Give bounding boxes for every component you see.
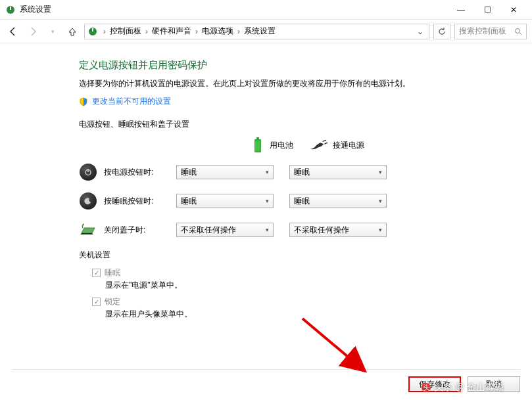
lock-checkbox-desc: 显示在用户头像菜单中。 — [105, 309, 473, 320]
chevron-down-icon: ▾ — [379, 227, 382, 233]
power-options-icon — [5, 5, 16, 15]
watermark-icon: 头 — [421, 382, 431, 393]
maximize-button[interactable]: ☐ — [474, 1, 500, 19]
breadcrumb-item[interactable]: 电源选项 — [202, 26, 233, 37]
search-input[interactable]: 搜索控制面板 — [454, 24, 527, 39]
sleep-button-icon — [80, 192, 97, 210]
power-button-icon — [80, 164, 97, 181]
breadcrumb[interactable]: › 控制面板 › 硬件和声音 › 电源选项 › 系统设置 ⌄ — [84, 24, 429, 39]
chevron-down-icon: ▾ — [266, 198, 269, 204]
lock-checkbox: ✓ — [92, 298, 101, 306]
svg-rect-1 — [10, 7, 11, 10]
sleep-checkbox: ✓ — [92, 269, 101, 277]
page-title: 定义电源按钮并启用密码保护 — [79, 59, 473, 72]
minimize-button[interactable]: — — [448, 1, 474, 19]
column-header-battery: 用电池 — [178, 137, 309, 154]
watermark: 头 头条 @ 金山毒霸 — [421, 382, 504, 393]
svg-rect-8 — [255, 141, 260, 151]
content-area: 定义电源按钮并启用密码保护 选择要为你的计算机设置的电源设置。在此页上对设置所做… — [0, 43, 532, 338]
titlebar: 系统设置 — ☐ ✕ — [0, 0, 532, 20]
svg-text:头: 头 — [423, 384, 430, 391]
refresh-button[interactable] — [433, 24, 450, 39]
row-label: 按睡眠按钮时: — [104, 196, 176, 207]
row-lid-close: 关闭盖子时: 不采取任何操作▾ 不采取任何操作▾ — [79, 221, 473, 239]
search-icon — [514, 28, 522, 35]
navbar: ▾ › 控制面板 › 硬件和声音 › 电源选项 › 系统设置 ⌄ 搜索控制面板 — [0, 20, 532, 43]
sleep-button-battery-select[interactable]: 睡眠▾ — [176, 194, 274, 208]
breadcrumb-item[interactable]: 控制面板 — [110, 26, 141, 37]
svg-line-10 — [324, 143, 327, 144]
page-subtitle: 选择要为你的计算机设置的电源设置。在此页上对设置所做的更改将应用于你所有的电源计… — [79, 78, 473, 89]
power-button-plugged-select[interactable]: 睡眠▾ — [289, 165, 387, 179]
lid-icon — [79, 223, 97, 237]
lid-battery-select[interactable]: 不采取任何操作▾ — [176, 223, 274, 237]
recent-dropdown[interactable]: ▾ — [45, 24, 60, 39]
svg-line-9 — [323, 141, 327, 142]
sleep-checkbox-label: 睡眠 — [105, 267, 120, 278]
battery-icon — [251, 137, 264, 154]
chevron-down-icon: ▾ — [266, 227, 269, 233]
shield-icon — [79, 97, 88, 106]
row-sleep-button: 按睡眠按钮时: 睡眠▾ 睡眠▾ — [79, 192, 473, 210]
sleep-button-plugged-select[interactable]: 睡眠▾ — [289, 194, 387, 208]
row-power-button: 按电源按钮时: 睡眠▾ 睡眠▾ — [79, 163, 473, 181]
power-button-battery-select[interactable]: 睡眠▾ — [176, 165, 274, 179]
svg-point-4 — [516, 28, 520, 33]
breadcrumb-dropdown[interactable]: ⌄ — [414, 27, 426, 36]
lock-checkbox-label: 锁定 — [105, 296, 120, 307]
column-header-plugged: 接通电源 — [309, 137, 427, 154]
chevron-down-icon: ▾ — [266, 169, 269, 175]
window-title: 系统设置 — [20, 4, 448, 15]
section-power-buttons: 电源按钮、睡眠按钮和盖子设置 — [79, 119, 473, 130]
row-label: 关闭盖子时: — [104, 225, 176, 236]
search-placeholder: 搜索控制面板 — [459, 26, 506, 37]
svg-rect-7 — [256, 137, 259, 139]
up-button[interactable] — [64, 24, 80, 39]
section-shutdown: 关机设置 — [79, 250, 473, 261]
row-label: 按电源按钮时: — [104, 167, 176, 178]
close-button[interactable]: ✕ — [500, 1, 527, 19]
back-button[interactable] — [5, 24, 21, 39]
change-unavailable-settings-link[interactable]: 更改当前不可用的设置 — [92, 96, 171, 107]
svg-rect-3 — [92, 28, 93, 32]
chevron-down-icon: ▾ — [379, 198, 382, 204]
forward-button[interactable] — [25, 24, 41, 39]
plug-icon — [309, 137, 327, 154]
svg-line-5 — [520, 33, 521, 35]
breadcrumb-item[interactable]: 系统设置 — [244, 26, 276, 37]
chevron-down-icon: ▾ — [379, 169, 382, 175]
power-options-icon — [87, 26, 98, 37]
breadcrumb-item[interactable]: 硬件和声音 — [152, 26, 191, 37]
lid-plugged-select[interactable]: 不采取任何操作▾ — [289, 223, 387, 237]
sleep-checkbox-desc: 显示在"电源"菜单中。 — [105, 280, 473, 291]
